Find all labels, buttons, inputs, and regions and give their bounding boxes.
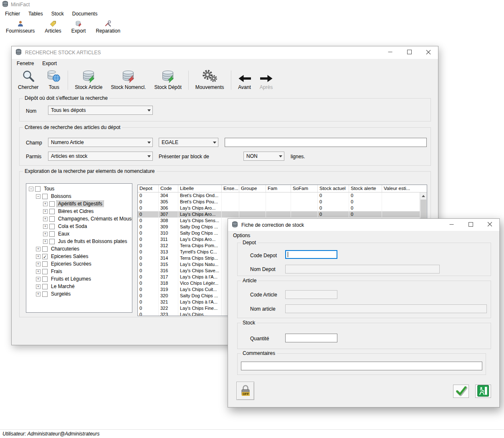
tree-item-jus-de-fruits-et-boissons-plates[interactable]: + Jus de fruits et Boissons plates xyxy=(26,238,132,245)
scrollbar-thumb[interactable] xyxy=(420,200,426,220)
column-header-sofam[interactable]: SoFam xyxy=(291,185,318,192)
expand-icon[interactable]: + xyxy=(43,224,48,229)
expand-icon[interactable]: + xyxy=(36,292,41,296)
tree-checkbox[interactable] xyxy=(49,231,55,237)
table-row[interactable]: 0304Bret's Chips Ond...00 xyxy=(138,192,420,199)
column-header-valeur-esti[interactable]: Valeur esti... xyxy=(382,185,420,192)
tree-checkbox[interactable] xyxy=(42,276,48,282)
tree-item-le-marche[interactable]: + Le Marché xyxy=(26,283,132,290)
comments-input[interactable] xyxy=(241,362,482,370)
tree-checkbox[interactable]: ✓ xyxy=(42,254,48,259)
tree-checkbox[interactable] xyxy=(42,284,48,289)
expand-icon[interactable]: + xyxy=(36,284,41,289)
toolbar-apres[interactable]: Après xyxy=(256,69,277,91)
tree-item-tous[interactable]: − Tous xyxy=(26,185,132,192)
minimize-button[interactable] xyxy=(380,46,400,59)
column-header-ense[interactable]: Ense... xyxy=(222,185,239,192)
toolbar-articles[interactable]: Articles xyxy=(41,19,65,35)
tree-checkbox[interactable] xyxy=(49,216,55,222)
maximize-button[interactable] xyxy=(400,46,419,59)
tree-item-champagnes-cremants-et-mouss[interactable]: + Champagnes, Crémants et Mouss... xyxy=(26,215,132,223)
toolbar-mouvements[interactable]: Mouvements xyxy=(192,69,228,91)
search-menu-fenetre[interactable]: Fenetre xyxy=(13,60,38,67)
app-titlebar[interactable]: MiniFact xyxy=(0,0,504,9)
expand-icon[interactable]: + xyxy=(36,262,41,266)
toolbar-stock-article[interactable]: Stock Article xyxy=(71,69,106,91)
tree-item-cola-et-soda[interactable]: + Cola et Soda xyxy=(26,223,132,230)
toolbar-avant[interactable]: Avant xyxy=(234,69,255,91)
tree-checkbox[interactable] xyxy=(42,269,48,274)
code-depot-input[interactable] xyxy=(285,250,337,259)
search-window-titlebar[interactable]: RECHERCHE STOCK ARTICLES xyxy=(12,46,438,59)
expand-icon[interactable]: + xyxy=(43,217,48,221)
validate-button[interactable] xyxy=(453,385,469,398)
expand-icon[interactable]: + xyxy=(43,202,48,206)
dialog-close-button[interactable] xyxy=(480,219,499,231)
menu-documents[interactable]: Documents xyxy=(68,10,102,18)
toolbar-chercher[interactable]: Chercher xyxy=(14,69,42,91)
collapse-icon[interactable]: − xyxy=(36,194,41,199)
toolbar-tous[interactable]: Tous xyxy=(43,69,65,91)
menu-fichier[interactable]: Fichier xyxy=(1,10,24,18)
column-header-stock-alerte[interactable]: Stock alerte xyxy=(349,185,382,192)
tree-item-epiceries-salees[interactable]: + ✓ Epiceries Salées xyxy=(26,253,132,260)
tree-checkbox[interactable] xyxy=(35,186,41,192)
dialog-titlebar[interactable]: Fiche de correction de stock xyxy=(228,219,499,231)
toolbar-fournisseurs[interactable]: Fournisseurs xyxy=(2,19,39,35)
tree-checkbox[interactable] xyxy=(42,291,48,297)
dialog-minimize-button[interactable] xyxy=(442,219,461,231)
scroll-up-icon[interactable] xyxy=(420,192,427,199)
toolbar-export[interactable]: Export xyxy=(67,19,90,35)
exit-button[interactable] xyxy=(475,385,491,398)
table-row[interactable]: 0306Lay's Chips Aro...00 xyxy=(138,205,420,211)
table-row[interactable]: 0307Lay's Chips Aro...00 xyxy=(138,211,420,218)
tree-item-epiceries-sucrees[interactable]: + Epiceries Sucrées xyxy=(26,260,132,268)
parmis-select[interactable]: Articles en stock xyxy=(48,152,153,161)
search-value-input[interactable] xyxy=(225,138,427,147)
operator-select[interactable]: EGALE xyxy=(159,138,218,147)
tree-item-aperitifs-et-digestifs[interactable]: + Apéritifs et Digestifs xyxy=(26,200,132,208)
column-header-groupe[interactable]: Groupe xyxy=(239,185,266,192)
expand-icon[interactable]: + xyxy=(36,277,41,281)
column-header-libelle[interactable]: Libelle xyxy=(178,185,222,192)
tree-item-charcuteries[interactable]: + Charcuteries xyxy=(26,245,132,253)
tree-checkbox[interactable] xyxy=(42,246,48,252)
expand-icon[interactable]: + xyxy=(36,269,41,274)
tree-checkbox[interactable] xyxy=(49,201,55,207)
close-button[interactable] xyxy=(419,46,438,59)
menu-tables[interactable]: Tables xyxy=(24,10,47,18)
toolbar-reparation[interactable]: Reparation xyxy=(91,19,124,35)
tree-checkbox[interactable] xyxy=(49,224,55,229)
collapse-icon[interactable]: − xyxy=(29,187,33,191)
tree-item-eaux[interactable]: + Eaux xyxy=(26,230,132,238)
column-header-depot[interactable]: Depot xyxy=(138,185,159,192)
tree-checkbox[interactable] xyxy=(49,239,55,244)
expand-icon[interactable]: + xyxy=(43,209,48,214)
tree-item-boissons[interactable]: − Boissons xyxy=(26,192,132,200)
tree-item-frais[interactable]: + Frais xyxy=(26,268,132,275)
toolbar-stock-nomencl[interactable]: Stock Nomencl. xyxy=(107,69,149,91)
tree-checkbox[interactable] xyxy=(42,194,48,199)
menu-stock[interactable]: Stock xyxy=(47,10,68,18)
tree-item-fruits-et-legumes[interactable]: + Fruits et Légumes xyxy=(26,275,132,283)
tree-checkbox[interactable] xyxy=(49,209,55,214)
column-header-fam[interactable]: Fam xyxy=(266,185,291,192)
column-header-stock-actuel[interactable]: Stock actuel xyxy=(318,185,349,192)
expand-icon[interactable]: + xyxy=(36,247,41,251)
table-row[interactable]: 0305Bret's Chips Pou...00 xyxy=(138,199,420,205)
lock-toggle-button[interactable]: OFF xyxy=(236,382,254,400)
quantity-input[interactable] xyxy=(285,334,337,342)
dialog-menu-options[interactable]: Options xyxy=(229,232,254,239)
tree-checkbox[interactable] xyxy=(42,261,48,267)
champ-select[interactable]: Numero Article xyxy=(48,138,153,147)
expand-icon[interactable]: + xyxy=(43,239,48,244)
depot-select[interactable]: Tous les dépots xyxy=(48,106,153,115)
dialog-maximize-button[interactable] xyxy=(461,219,480,231)
toolbar-stock-depot[interactable]: Stock Dépôt xyxy=(150,69,185,91)
block-select[interactable]: NON xyxy=(243,152,284,161)
search-menu-export[interactable]: Export xyxy=(38,60,61,67)
tree-item-surgeles[interactable]: + Surgelés xyxy=(26,290,132,298)
column-header-code[interactable]: Code xyxy=(159,185,178,192)
expand-icon[interactable]: + xyxy=(36,254,41,259)
expand-icon[interactable]: + xyxy=(43,232,48,236)
